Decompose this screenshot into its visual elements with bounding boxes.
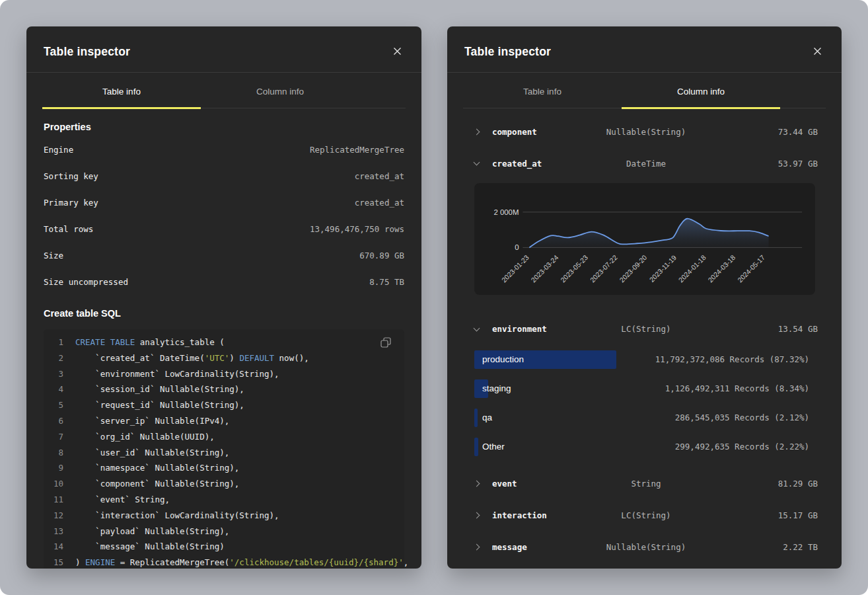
sql-line: 1CREATE TABLE analytics_table ( [44,335,404,350]
x-tick-label: 2023-03-24 [530,254,560,284]
column-size: 15.17 GB [704,510,824,520]
area-chart-svg: 2 000M02023-01-232023-03-242023-05-23202… [474,196,815,290]
value-records: 286,545,035 Records (2.12%) [675,413,809,422]
column-name: interaction [492,510,547,520]
sql-text: `org_id` Nullable(UUID), [75,429,215,445]
create-table-sql-heading: Create table SQL [44,308,404,319]
sql-line: 10 `component` Nullable(String), [44,476,404,492]
value-bar [474,409,478,427]
table-inspector-modal-column-info: Table inspector Table infoColumn info co… [447,26,842,569]
sql-line: 3 `environment` LowCardinality(String), [44,366,404,382]
x-tick-label: 2023-09-20 [618,254,649,284]
sql-line: 6 `server_ip` Nullable(IPv4), [44,413,404,429]
line-number: 4 [44,381,63,397]
value-bar [474,438,478,456]
column-name-cell: interaction [464,510,589,520]
sql-line: 9 `namespace` Nullable(String), [44,460,404,476]
value-row-qa: qa286,545,035 Records (2.12%) [474,403,824,432]
sql-line: 2 `created_at` DateTime('UTC') DEFAULT n… [44,350,404,366]
property-value: ReplicatedMergeTree [310,145,404,155]
sql-text: `interaction` LowCardinality(String), [75,508,279,524]
sql-text: `request_id` Nullable(String), [75,397,244,413]
sql-line: 14 `message` Nullable(String) [44,539,404,555]
modal-header: Table inspector [26,26,421,73]
sql-text: CREATE TABLE analytics_table ( [75,335,225,350]
column-name-cell: message [464,542,589,552]
sql-line: 11 `event` String, [44,492,404,508]
property-label: Size uncompressed [44,277,128,287]
close-icon [813,47,822,58]
column-name: environment [492,324,547,334]
column-name-cell: event [464,479,589,489]
property-label: Primary key [44,198,98,208]
sql-text: ) ENGINE = ReplicatedMergeTree('/clickho… [75,555,408,569]
property-value: 670.89 GB [359,251,404,260]
close-button[interactable] [811,44,824,60]
column-name-cell: environment [464,324,589,334]
column-type: LC(String) [589,324,703,334]
x-tick-label: 2023-11-19 [648,254,678,284]
column-type: String [589,479,703,489]
value-label: staging [482,383,511,393]
line-number: 1 [44,335,63,350]
sql-text: `namespace` Nullable(String), [75,460,239,476]
chevron-right-icon [474,481,480,487]
column-row-component[interactable]: componentNullable(String)73.44 GB [464,116,824,147]
column-name-cell: created_at [464,159,589,169]
property-row-engine: EngineReplicatedMergeTree [44,136,404,163]
close-button[interactable] [390,44,404,60]
line-number: 14 [44,539,63,555]
sql-text: `server_ip` Nullable(IPv4), [75,413,229,429]
chevron-right-icon [474,128,480,135]
sql-line: 8 `user_id` Nullable(String), [44,445,404,461]
column-size: 53.97 GB [704,159,824,169]
value-row-staging: staging1,126,492,311 Records (8.34%) [474,374,824,403]
value-row-other: Other299,492,635 Records (2.22%) [474,432,824,461]
sql-text: `session_id` Nullable(String), [75,381,244,397]
chevron-right-icon [474,544,480,551]
value-label: Other [482,442,505,452]
column-name: created_at [492,159,542,169]
line-number: 9 [44,460,63,476]
line-number: 7 [44,429,63,445]
column-size: 13.54 GB [704,324,824,334]
line-number: 13 [44,524,63,539]
sql-text: `payload` Nullable(String), [75,524,229,539]
sql-line: 7 `org_id` Nullable(UUID), [44,429,404,445]
column-row-environment[interactable]: environmentLC(String)13.54 GB [464,313,824,345]
column-name-cell: component [464,127,589,137]
close-icon [393,47,402,58]
property-label: Total rows [44,224,93,234]
column-size: 81.29 GB [704,479,824,489]
column-type: Nullable(String) [589,127,703,137]
copy-sql-button[interactable] [378,335,394,352]
tab-table-info[interactable]: Table info [42,73,201,109]
column-row-event[interactable]: eventString81.29 GB [464,468,824,500]
line-number: 3 [44,366,63,382]
tab-column-info[interactable]: Column info [201,73,359,109]
property-row-size-uncompressed: Size uncompressed8.75 TB [44,268,404,295]
value-label: qa [482,413,492,422]
column-list: componentNullable(String)73.44 GBcreated… [464,116,824,563]
x-tick-label: 2023-07-22 [589,254,619,284]
sql-text: `environment` LowCardinality(String), [75,366,279,382]
chevron-right-icon [474,512,480,519]
column-row-interaction[interactable]: interactionLC(String)15.17 GB [464,500,824,532]
property-label: Sorting key [44,171,98,181]
line-number: 10 [44,476,63,492]
column-type: LC(String) [589,510,703,520]
y-tick-label: 0 [515,243,519,251]
property-value: 13,496,476,750 rows [310,224,404,234]
property-row-total-rows: Total rows13,496,476,750 rows [44,216,404,242]
value-records: 11,792,372,086 Records (87.32%) [655,354,809,364]
sql-text: `created_at` DateTime('UTC') DEFAULT now… [75,350,309,366]
area-fill [529,219,768,248]
column-row-created-at[interactable]: created_atDateTime53.97 GB [464,147,824,179]
column-row-message[interactable]: messageNullable(String)2.22 TB [464,532,824,563]
column-type: DateTime [589,159,703,169]
tab-table-info[interactable]: Table info [463,73,622,109]
property-label: Size [44,251,63,260]
sql-code-block: 1CREATE TABLE analytics_table (2 `create… [44,329,404,569]
chevron-down-icon [474,159,480,166]
tab-column-info[interactable]: Column info [622,73,780,109]
